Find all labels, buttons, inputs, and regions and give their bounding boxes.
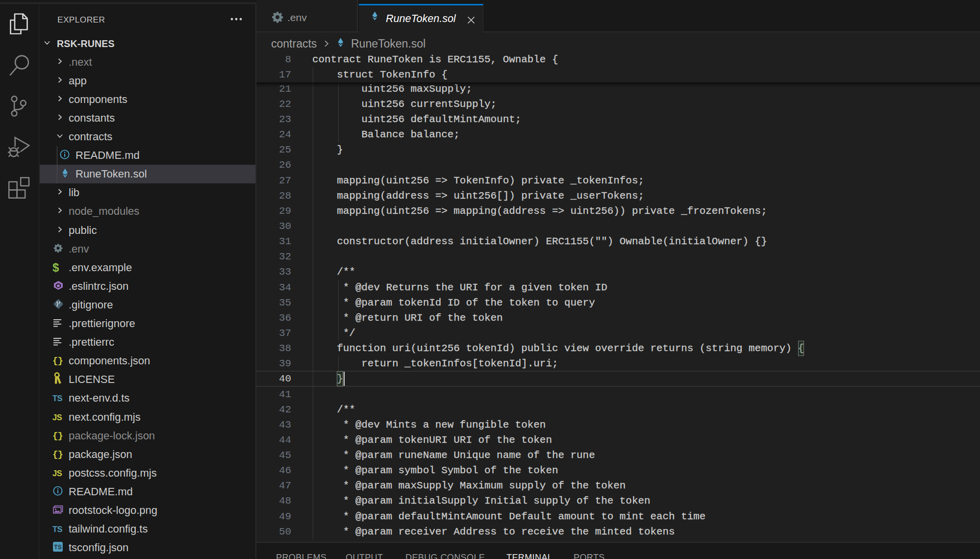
svg-text:TS: TS — [54, 544, 61, 551]
